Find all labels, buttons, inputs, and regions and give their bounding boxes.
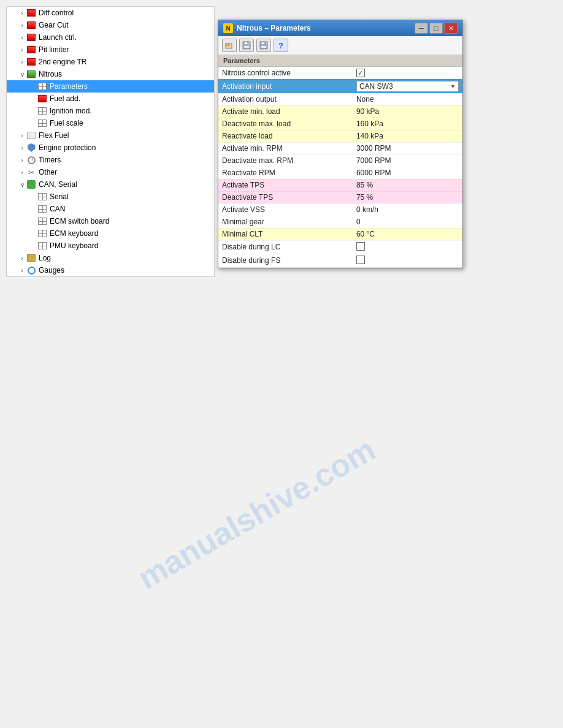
log-icon <box>26 253 36 263</box>
grid-icon <box>37 82 47 91</box>
sidebar-item-ecm-switch-board[interactable]: ECM switch board <box>7 215 214 227</box>
sidebar-item-label-ignition-mod: Ignition mod. <box>50 107 92 115</box>
sidebar-item-gauges[interactable]: ›Gauges <box>7 264 214 276</box>
sidebar-item-label-ecm-switch-board: ECM switch board <box>50 217 109 226</box>
sidebar-item-label-pmu-keyboard: PMU keyboard <box>50 241 98 250</box>
save-button[interactable] <box>239 39 254 52</box>
red-bar2-icon <box>37 94 47 104</box>
param-label-deactivate-tps: Deactivate TPS <box>218 191 353 203</box>
param-row-activate-min-load: Activate min. load90 kPa <box>218 105 462 118</box>
sidebar-item-log[interactable]: ›Log <box>7 252 214 264</box>
param-row-deactivate-max-rpm: Deactivate max. RPM7000 RPM <box>218 154 462 167</box>
sidebar-item-label-nitrous: Nitrous <box>39 70 62 78</box>
sidebar-item-parameters[interactable]: Parameters <box>7 80 214 93</box>
sidebar-item-ignition-mod[interactable]: Ignition mod. <box>7 105 214 117</box>
saveas-button[interactable]: + <box>256 39 271 52</box>
red-bar-icon <box>26 8 36 18</box>
sidebar-item-launch-ctrl[interactable]: ›Launch ctrl. <box>7 31 214 44</box>
param-value-activate-min-rpm: 3000 RPM <box>353 142 462 154</box>
param-label-nitrous-control-active: Nitrous control active <box>218 67 353 79</box>
param-value-nitrous-control-active[interactable] <box>353 67 462 79</box>
watermark: manualshive.com <box>131 431 381 596</box>
close-button[interactable]: ✕ <box>444 23 458 34</box>
param-value-activation-output: None <box>353 93 462 105</box>
params-table: Nitrous control activeActivation inputCA… <box>218 67 462 268</box>
sidebar-item-nitrous[interactable]: ∨Nitrous <box>7 68 214 80</box>
svg-rect-3 <box>244 42 248 45</box>
sidebar-item-label-fuel-scale: Fuel scale <box>50 119 83 127</box>
expand-icon-gear-cut: › <box>18 22 26 29</box>
param-value-deactivate-max-rpm: 7000 RPM <box>353 154 462 167</box>
param-row-activate-tps: Activate TPS85 % <box>218 179 462 191</box>
sidebar-item-flex-fuel[interactable]: ›Flex Fuel <box>7 129 214 142</box>
dialog-title-text: Nitrous – Parameters <box>237 24 311 32</box>
dialog-toolbar: + ? <box>218 36 462 55</box>
param-row-minimal-gear: Minimal gear0 <box>218 216 462 228</box>
checkbox-disable-during-fs[interactable] <box>356 256 365 264</box>
maximize-button[interactable]: □ <box>429 23 443 34</box>
sidebar-item-label-launch-ctrl: Launch ctrl. <box>39 33 77 42</box>
sidebar-item-timers[interactable]: ›Timers <box>7 154 214 166</box>
param-value-activate-tps: 85 % <box>353 179 462 191</box>
expand-icon-other: › <box>18 169 26 176</box>
tree-panel: ›Diff control›Gear Cut›Launch ctrl.›Pit … <box>6 6 215 277</box>
select-activation-input[interactable]: CAN SW3▼ <box>356 81 459 92</box>
sidebar-item-label-flex-fuel: Flex Fuel <box>39 131 69 140</box>
sidebar-item-label-can: CAN <box>50 205 65 213</box>
minimize-button[interactable]: ─ <box>415 23 428 34</box>
sidebar-item-gear-cut[interactable]: ›Gear Cut <box>7 19 214 31</box>
open-button[interactable] <box>222 39 237 52</box>
sidebar-item-2nd-engine-tr[interactable]: ›2nd engine TR <box>7 56 214 68</box>
grid2-icon <box>37 106 47 116</box>
sidebar-item-label-timers: Timers <box>39 156 61 164</box>
dialog-title-left: N Nitrous – Parameters <box>223 23 311 33</box>
expand-icon-pit-limiter: › <box>18 47 26 53</box>
sidebar-item-fuel-add[interactable]: Fuel add. <box>7 93 214 105</box>
expand-icon-engine-protection: › <box>18 145 26 151</box>
param-value-disable-during-fs[interactable] <box>353 254 462 267</box>
gauge-icon <box>26 265 36 275</box>
param-label-minimal-clt: Minimal CLT <box>218 228 353 240</box>
param-value-minimal-gear: 0 <box>353 216 462 228</box>
sidebar-item-label-other: Other <box>39 168 57 176</box>
sidebar-item-pit-limiter[interactable]: ›Pit limiter <box>7 44 214 56</box>
sidebar-item-diff-control[interactable]: ›Diff control <box>7 7 214 19</box>
expand-icon-launch-ctrl: › <box>18 34 26 41</box>
param-row-deactivate-tps: Deactivate TPS75 % <box>218 191 462 203</box>
grid3-icon <box>37 118 47 128</box>
sidebar-item-pmu-keyboard[interactable]: PMU keyboard <box>7 240 214 252</box>
sidebar-item-label-2nd-engine-tr: 2nd engine TR <box>39 58 87 66</box>
dialog-title-icon: N <box>223 23 233 33</box>
red-bar-icon <box>26 45 36 55</box>
param-value-activation-input[interactable]: CAN SW3▼ <box>353 79 462 93</box>
sidebar-item-label-pit-limiter: Pit limiter <box>39 45 69 54</box>
param-value-deactivate-tps: 75 % <box>353 191 462 203</box>
param-label-deactivate-max-load: Deactivate max. load <box>218 118 353 130</box>
sidebar-item-label-ecm-keyboard: ECM keyboard <box>50 229 98 238</box>
sidebar-item-label-fuel-add: Fuel add. <box>50 94 80 103</box>
grid6-icon <box>37 216 47 226</box>
help-button[interactable]: ? <box>274 39 288 52</box>
sidebar-item-ecm-keyboard[interactable]: ECM keyboard <box>7 227 214 240</box>
white-bar-icon <box>26 131 36 140</box>
grid4-icon <box>37 192 47 202</box>
sidebar-item-fuel-scale[interactable]: Fuel scale <box>7 117 214 129</box>
param-row-reactivate-load: Reactivate load140 kPa <box>218 130 462 142</box>
sidebar-item-other[interactable]: ›✂Other <box>7 166 214 178</box>
checkbox-disable-during-lc[interactable] <box>356 242 365 251</box>
scissors-icon: ✂ <box>26 167 36 177</box>
checkbox-nitrous-control-active[interactable] <box>356 69 365 77</box>
sidebar-item-can[interactable]: CAN <box>7 203 214 215</box>
param-value-activate-vss: 0 km/h <box>353 203 462 216</box>
sidebar-item-label-gauges: Gauges <box>39 266 64 275</box>
param-label-activation-output: Activation output <box>218 93 353 105</box>
expand-icon-diff-control: › <box>18 10 26 17</box>
red-bar-icon <box>26 32 36 42</box>
param-row-activation-input: Activation inputCAN SW3▼ <box>218 79 462 93</box>
sidebar-item-can-serial[interactable]: ∨CAN, Serial <box>7 178 214 191</box>
sidebar-item-serial[interactable]: Serial <box>7 191 214 203</box>
expand-icon-timers: › <box>18 157 26 164</box>
puzzle-icon <box>26 180 36 189</box>
sidebar-item-engine-protection[interactable]: ›Engine protection <box>7 142 214 154</box>
param-value-disable-during-lc[interactable] <box>353 240 462 254</box>
